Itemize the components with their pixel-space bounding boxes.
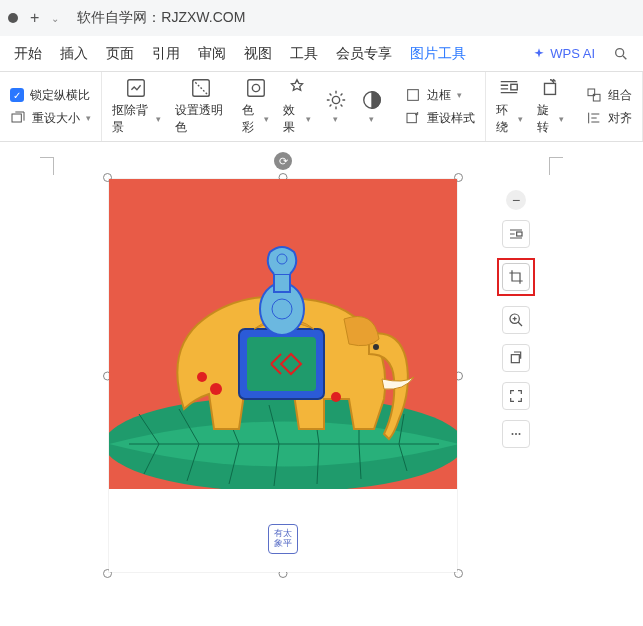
border-icon <box>405 87 421 103</box>
brightness-button[interactable]: ▾ <box>325 89 347 124</box>
selected-image[interactable]: ⟳ <box>108 178 458 573</box>
color-icon <box>245 77 267 99</box>
border-button[interactable]: 边框▾ <box>405 87 475 104</box>
crop-highlight-box <box>497 258 535 296</box>
menu-insert[interactable]: 插入 <box>60 45 88 63</box>
svg-rect-2 <box>12 114 21 122</box>
menu-picture-tools[interactable]: 图片工具 <box>410 45 466 63</box>
image-caption-stamp: 有太 象平 <box>268 524 298 554</box>
svg-line-43 <box>518 322 522 326</box>
wrap-button[interactable]: 环绕▾ <box>496 77 523 136</box>
svg-point-36 <box>331 392 341 402</box>
contrast-button[interactable]: ▾ <box>361 89 383 124</box>
image-content: 有太 象平 <box>109 179 457 572</box>
contrast-icon <box>361 89 383 111</box>
svg-rect-12 <box>545 83 556 94</box>
checkbox-icon: ✓ <box>10 88 24 102</box>
svg-point-49 <box>519 433 521 435</box>
svg-point-7 <box>332 96 339 103</box>
brightness-icon <box>325 89 347 111</box>
svg-rect-10 <box>407 113 416 122</box>
titlebar: + ⌄ 软件自学网：RJZXW.COM <box>0 0 643 36</box>
crop-icon <box>508 269 524 285</box>
floating-image-tools: − <box>497 190 535 448</box>
tab-indicator[interactable] <box>8 13 18 23</box>
remove-background-button[interactable]: 抠除背景▾ <box>112 77 161 136</box>
wrap-icon <box>498 77 520 99</box>
svg-point-34 <box>210 383 222 395</box>
rotate-button[interactable]: 旋转▾ <box>537 77 564 136</box>
layout-options-button[interactable] <box>502 220 530 248</box>
color-button[interactable]: 色彩▾ <box>242 77 269 136</box>
wps-ai-icon <box>532 47 546 61</box>
svg-rect-11 <box>511 84 517 90</box>
illustration <box>109 179 457 489</box>
elephant-shape <box>144 229 424 459</box>
search-icon[interactable] <box>613 46 629 62</box>
reset-icon <box>508 350 524 366</box>
menu-page[interactable]: 页面 <box>106 45 134 63</box>
adjust-group: 抠除背景▾ 设置透明色 色彩▾ 效果▾ ▾ ▾ 边框▾ <box>102 72 486 141</box>
collapse-button[interactable]: − <box>506 190 526 210</box>
menu-review[interactable]: 审阅 <box>198 45 226 63</box>
new-tab-button[interactable]: + <box>26 9 43 27</box>
more-icon <box>508 428 524 440</box>
arrange-group: 环绕▾ 旋转▾ 组合 对齐 <box>486 72 643 141</box>
fullscreen-button[interactable] <box>502 382 530 410</box>
transparent-icon <box>190 77 212 99</box>
svg-line-1 <box>623 56 626 59</box>
rotate-icon <box>539 77 561 99</box>
effect-button[interactable]: 效果▾ <box>283 77 310 136</box>
set-transparent-button[interactable]: 设置透明色 <box>175 77 228 136</box>
crop-button[interactable] <box>502 263 530 291</box>
svg-rect-9 <box>407 90 418 101</box>
group-icon <box>586 87 602 103</box>
document-canvas[interactable]: ⟳ <box>0 142 643 626</box>
menubar: 开始 插入 页面 引用 审阅 视图 工具 会员专享 图片工具 WPS AI <box>0 36 643 72</box>
fullscreen-icon <box>508 388 524 404</box>
reset-button[interactable] <box>502 344 530 372</box>
svg-rect-41 <box>517 232 522 236</box>
reset-style-button[interactable]: 重设样式 <box>405 110 475 127</box>
svg-point-35 <box>197 372 207 382</box>
remove-bg-icon <box>125 77 147 99</box>
zoom-icon <box>508 312 524 328</box>
zoom-button[interactable] <box>502 306 530 334</box>
menu-reference[interactable]: 引用 <box>152 45 180 63</box>
tab-menu-dropdown[interactable]: ⌄ <box>51 13 59 24</box>
size-group: ✓ 锁定纵横比 重设大小▾ <box>0 72 102 141</box>
align-icon <box>586 110 602 126</box>
reset-size-icon <box>10 110 26 126</box>
ribbon-toolbar: ✓ 锁定纵横比 重设大小▾ 抠除背景▾ 设置透明色 色彩▾ 效果▾ ▾ <box>0 72 643 142</box>
lock-aspect-ratio[interactable]: ✓ 锁定纵横比 <box>10 87 91 104</box>
svg-point-6 <box>252 84 259 91</box>
svg-point-31 <box>373 344 379 350</box>
wps-ai-button[interactable]: WPS AI <box>532 46 595 61</box>
rotation-handle[interactable]: ⟳ <box>274 152 292 170</box>
window-title: 软件自学网：RJZXW.COM <box>77 9 245 27</box>
layout-icon <box>508 226 524 242</box>
menu-start[interactable]: 开始 <box>14 45 42 63</box>
menu-view[interactable]: 视图 <box>244 45 272 63</box>
svg-rect-38 <box>274 274 290 292</box>
align-button[interactable]: 对齐 <box>586 110 632 127</box>
svg-point-48 <box>515 433 517 435</box>
menu-tools[interactable]: 工具 <box>290 45 318 63</box>
svg-rect-46 <box>511 355 519 363</box>
svg-point-47 <box>512 433 514 435</box>
reset-style-icon <box>405 110 421 126</box>
svg-point-0 <box>616 48 624 56</box>
group-button[interactable]: 组合 <box>586 87 632 104</box>
svg-rect-5 <box>247 80 264 97</box>
reset-size-button[interactable]: 重设大小▾ <box>10 110 91 127</box>
menu-member[interactable]: 会员专享 <box>336 45 392 63</box>
effect-icon <box>286 77 308 99</box>
more-button[interactable] <box>502 420 530 448</box>
